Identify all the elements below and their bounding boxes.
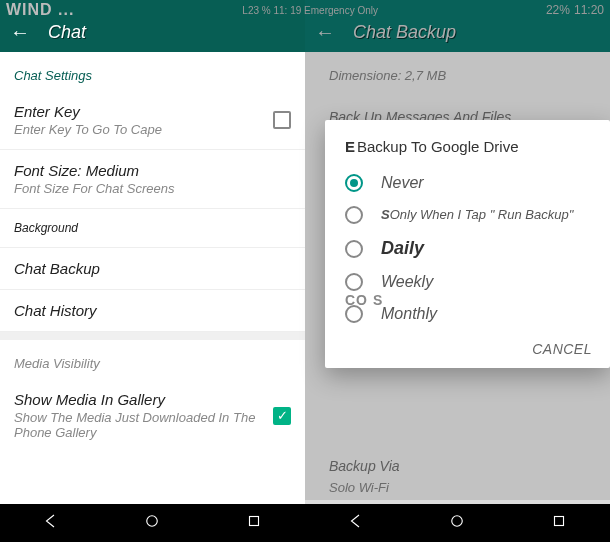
chat-history-title: Chat History: [14, 302, 291, 319]
radio-never[interactable]: [345, 174, 363, 192]
radio-weekly-label: Weekly: [381, 273, 433, 291]
nav-back-icon[interactable]: [347, 512, 365, 534]
background-title: Background: [14, 221, 291, 235]
nav-bar-right: [305, 504, 610, 542]
dialog-title: EBackup To Google Drive: [325, 138, 610, 167]
show-media-checkbox[interactable]: ✓: [273, 407, 291, 425]
chat-backup-screen: ← Chat Backup Dimensione: 2,7 MB Back Up…: [305, 0, 610, 542]
chat-backup-title: Chat Backup: [14, 260, 291, 277]
media-visibility-header: Media Visibility: [0, 340, 305, 379]
battery-percent: 22%: [546, 3, 570, 17]
show-media-title: Show Media In Gallery: [14, 391, 273, 408]
nav-home-icon[interactable]: [143, 512, 161, 534]
font-size-sub: Font Size For Chat Screens: [14, 181, 291, 196]
chat-backup-row[interactable]: Chat Backup: [0, 248, 305, 290]
clock: 11:20: [574, 3, 604, 17]
font-size-row[interactable]: Font Size: Medium Font Size For Chat Scr…: [0, 150, 305, 209]
font-size-title: Font Size: Medium: [14, 162, 291, 179]
radio-option-daily[interactable]: Daily: [325, 231, 610, 266]
nav-back-icon[interactable]: [42, 512, 60, 534]
enter-key-checkbox[interactable]: [273, 111, 291, 129]
nav-recent-icon[interactable]: [550, 512, 568, 534]
radio-monthly[interactable]: [345, 305, 363, 323]
back-icon-right[interactable]: ←: [315, 21, 335, 44]
carrier-label: WIND ...: [6, 1, 74, 19]
backup-frequency-dialog: EBackup To Google Drive Never SOnly When…: [325, 120, 610, 368]
status-bar: WIND ... L23 % 11: 19 Emergency Only 22%…: [0, 0, 610, 20]
background-row[interactable]: Background: [0, 209, 305, 248]
radio-option-only-tap[interactable]: SOnly When I Tap " Run Backup": [325, 199, 610, 231]
status-right: 22% 11:20: [546, 3, 604, 17]
section-divider: [0, 332, 305, 340]
radio-never-label: Never: [381, 174, 424, 192]
enter-key-row[interactable]: Enter Key Enter Key To Go To Cape: [0, 91, 305, 150]
svg-rect-3: [555, 517, 564, 526]
radio-only-tap[interactable]: [345, 206, 363, 224]
svg-point-2: [452, 516, 463, 527]
svg-rect-1: [250, 517, 259, 526]
nav-bar-left: [0, 504, 305, 542]
page-title-right: Chat Backup: [353, 22, 456, 43]
radio-monthly-label: Monthly: [381, 305, 437, 323]
show-media-row[interactable]: Show Media In Gallery Show The Media Jus…: [0, 379, 305, 452]
radio-only-tap-label: SOnly When I Tap " Run Backup": [381, 207, 573, 223]
chat-settings-screen: ← Chat Chat Settings Enter Key Enter Key…: [0, 0, 305, 542]
dialog-title-text: Backup To Google Drive: [357, 138, 518, 155]
enter-key-sub: Enter Key To Go To Cape: [14, 122, 273, 137]
radio-daily[interactable]: [345, 240, 363, 258]
status-center-text: L23 % 11: 19 Emergency Only: [242, 5, 378, 16]
chat-settings-header: Chat Settings: [0, 52, 305, 91]
chat-history-row[interactable]: Chat History: [0, 290, 305, 332]
radio-weekly[interactable]: [345, 273, 363, 291]
cancel-button[interactable]: CANCEL: [532, 341, 592, 357]
radio-daily-label: Daily: [381, 238, 424, 259]
enter-key-title: Enter Key: [14, 103, 273, 120]
back-icon[interactable]: ←: [10, 21, 30, 44]
radio-option-never[interactable]: Never: [325, 167, 610, 199]
show-media-sub: Show The Media Just Downloaded In The Ph…: [14, 410, 273, 440]
svg-point-0: [147, 516, 158, 527]
nav-home-icon[interactable]: [448, 512, 466, 534]
nav-recent-icon[interactable]: [245, 512, 263, 534]
page-title-left: Chat: [48, 22, 86, 43]
